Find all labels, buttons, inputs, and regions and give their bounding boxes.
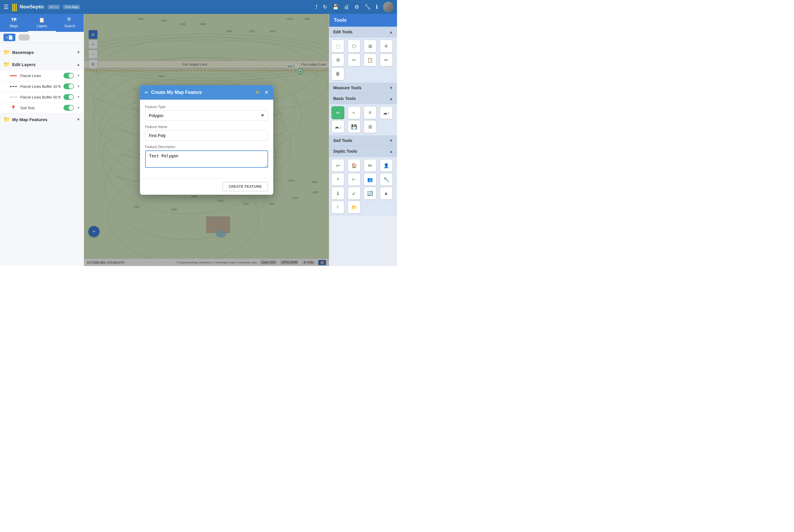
parcel-buffer-50-chevron[interactable]: ▼ — [77, 95, 80, 99]
eraser-tool[interactable]: ✏ — [380, 54, 393, 66]
septic-tool-14[interactable]: 📁 — [348, 201, 360, 213]
edit-layers-section-header[interactable]: 📁 Edit Layers ▲ — [0, 58, 84, 71]
table-tool[interactable]: ⊞ — [364, 120, 376, 133]
menu-icon[interactable]: ☰ — [3, 3, 9, 11]
tab-maps[interactable]: 🗺 Maps — [0, 14, 28, 32]
modal-body: Feature Type Polygon Point Line Feature … — [140, 100, 273, 178]
septic-tools-title: Septic Tools — [333, 149, 389, 154]
modal-title: Create My Map Feature — [151, 90, 252, 95]
select-poly-tool[interactable]: ⬡ — [348, 40, 360, 53]
maps-tab-icon: 🗺 — [11, 17, 17, 23]
info-icon[interactable]: ℹ — [376, 4, 378, 10]
select-extend-tool[interactable]: ⊞ — [364, 40, 376, 53]
share-icon[interactable]: ⤴ — [315, 4, 318, 10]
select-rect-tool[interactable]: ⬚ — [332, 40, 344, 53]
soil-test-toggle[interactable] — [63, 105, 74, 111]
septic-tool-11[interactable]: 🔄 — [364, 187, 376, 200]
map-area[interactable]: Fox Ledges Lane Fox Ledges Lane 1030 102… — [84, 14, 329, 266]
septic-tool-9[interactable]: ℹ — [332, 187, 344, 200]
delete-tool[interactable]: 🗑 — [332, 68, 344, 80]
basemaps-section-header[interactable]: 📁 Basemaps ▼ — [0, 46, 84, 58]
settings-icon[interactable]: ⚙ — [354, 4, 359, 10]
tab-layers[interactable]: 📋 Layers — [28, 14, 56, 32]
measure-tools-title: Measure Tools — [333, 86, 389, 90]
measure-tools-section-header[interactable]: Measure Tools ▼ — [329, 82, 397, 93]
basic-tools-section-header[interactable]: Basic Tools ▲ — [329, 93, 397, 104]
parcel-lines-chevron[interactable]: ▼ — [77, 74, 80, 78]
cloud-download-tool[interactable]: ☁↓ — [332, 120, 344, 133]
feature-name-group: Feature Name — [145, 125, 268, 141]
parcel-buffer-50-toggle[interactable] — [63, 94, 74, 100]
parcel-buffer-50-label: Parcel Lines Buffer 50 ft — [20, 95, 60, 99]
edit-tools-grid: ⬚ ⬡ ⊞ ✛ ⧉ ✂ 📋 ✏ 🗑 — [329, 37, 397, 82]
soil-test-icon: 📍 — [9, 105, 17, 111]
septic-tool-1[interactable]: ↩ — [332, 159, 344, 172]
cursor-tool[interactable]: ↖ — [348, 106, 360, 119]
app-title: NewSeptic — [20, 4, 45, 10]
edit-tools-section-header[interactable]: Edit Tools ▲ — [329, 27, 397, 37]
soil-test-chevron[interactable]: ▼ — [77, 106, 80, 110]
header-actions: ⤴ ↻ 💾 🖨 ⚙ 🔧 ℹ — [315, 2, 394, 12]
avatar[interactable] — [383, 2, 394, 12]
left-content: 📁 Basemaps ▼ 📁 Edit Layers ▲ Parcel Line… — [0, 43, 84, 266]
move-tool[interactable]: ✛ — [380, 40, 393, 53]
septic-tool-2[interactable]: 🏠 — [348, 159, 360, 172]
parcel-lines-icon — [9, 75, 17, 76]
cloud-upload-tool[interactable]: ☁↑ — [380, 106, 393, 119]
layers-toggle[interactable] — [18, 34, 30, 41]
layer-item-parcel-lines: Parcel Lines ▼ — [0, 71, 84, 81]
edit-layers-folder-icon: 📁 — [3, 61, 10, 68]
modal-close-button[interactable]: ✕ — [264, 89, 269, 96]
septic-tool-6[interactable]: ⊢ — [348, 173, 360, 186]
tab-layers-label: Layers — [37, 24, 47, 28]
add-layer-button[interactable]: +📄 — [3, 34, 15, 41]
parcel-buffer-10-chevron[interactable]: ▼ — [77, 84, 80, 88]
save-layer-tool[interactable]: 💾 — [348, 120, 360, 133]
map-name-badge: First Map — [63, 5, 80, 9]
feature-type-select[interactable]: Polygon Point Line — [145, 110, 268, 121]
my-map-features-section-header[interactable]: 📁 My Map Features ▼ — [0, 113, 84, 126]
tab-search[interactable]: 🔍 Search — [56, 14, 84, 32]
modal-warning-close-button[interactable]: ✕ — [255, 89, 260, 96]
septic-tool-13[interactable]: Tₜ — [332, 201, 344, 213]
left-tabs: 🗺 Maps 📋 Layers 🔍 Search — [0, 14, 84, 32]
modal-overlay: ✏ Create My Map Feature ✕ ✕ Feature Type… — [84, 14, 329, 266]
septic-tool-4[interactable]: 👤 — [380, 159, 393, 172]
save-icon[interactable]: 💾 — [333, 4, 339, 10]
tools-icon[interactable]: 🔧 — [364, 4, 371, 10]
parcel-lines-toggle[interactable] — [63, 73, 74, 78]
soil-tools-title: Soil Tools — [333, 138, 389, 143]
septic-tool-3[interactable]: Hs — [364, 159, 376, 172]
septic-tool-8[interactable]: 🔧 — [380, 173, 393, 186]
list-tool[interactable]: ≡ — [364, 106, 376, 119]
draw-pen-tool[interactable]: ✏ — [332, 106, 344, 119]
layer-item-soil-test: 📍 Soil Test ▼ — [0, 102, 84, 113]
parcel-buffer-10-label: Parcel Lines Buffer 10 ft — [20, 84, 60, 89]
septic-tools-chevron: ▲ — [389, 149, 393, 154]
main-layout: 🗺 Maps 📋 Layers 🔍 Search +📄 📁 Basemaps ▼ — [0, 14, 397, 266]
septic-tool-10[interactable]: ↙ — [348, 187, 360, 200]
paste-tool[interactable]: 📋 — [364, 54, 376, 66]
septic-tool-5[interactable]: T — [332, 173, 344, 186]
edit-tools-chevron: ▲ — [389, 30, 393, 34]
soil-tools-section-header[interactable]: Soil Tools ▼ — [329, 135, 397, 146]
septic-tool-12[interactable]: ▲ — [380, 187, 393, 200]
septic-tools-grid: ↩ 🏠 Hs 👤 T ⊢ 👥 🔧 ℹ ↙ 🔄 ▲ Tₜ 📁 — [329, 157, 397, 216]
refresh-icon[interactable]: ↻ — [323, 4, 327, 10]
feature-type-label: Feature Type — [145, 105, 268, 109]
parcel-buffer-10-toggle[interactable] — [63, 83, 74, 89]
feature-description-input[interactable]: Test Polygon — [145, 150, 268, 168]
septic-tools-section-header[interactable]: Septic Tools ▲ — [329, 146, 397, 157]
feature-description-group: Feature Description Test Polygon — [145, 145, 268, 169]
cut-tool[interactable]: ✂ — [348, 54, 360, 66]
create-feature-button[interactable]: CREATE FEATURE — [223, 182, 268, 191]
copy-tool[interactable]: ⧉ — [332, 54, 344, 66]
feature-name-input[interactable] — [145, 130, 268, 141]
edit-layers-chevron: ▲ — [76, 62, 80, 66]
modal-footer: CREATE FEATURE — [140, 178, 273, 195]
layer-item-parcel-buffer-10: Parcel Lines Buffer 10 ft ▼ — [0, 81, 84, 92]
print-icon[interactable]: 🖨 — [344, 4, 349, 10]
basemaps-chevron: ▼ — [76, 50, 80, 55]
septic-tool-7[interactable]: 👥 — [364, 173, 376, 186]
parcel-lines-label: Parcel Lines — [20, 74, 60, 78]
